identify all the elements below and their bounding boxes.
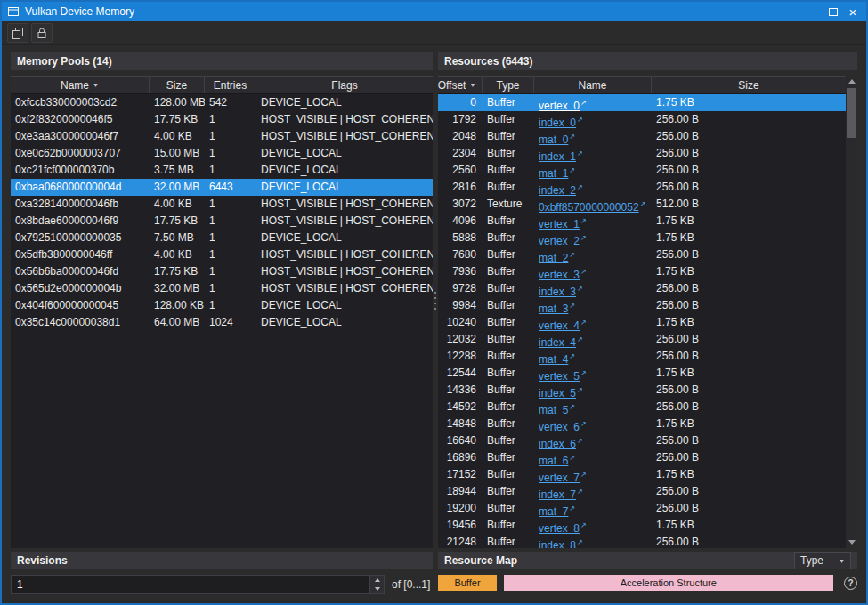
memory-pool-row[interactable]: 0x5dfb3800000046ff4.00 KB1HOST_VISIBLE |…	[11, 246, 433, 263]
resource-link[interactable]: vertex_3	[539, 269, 580, 280]
revision-range-label: of [0...1]	[392, 578, 430, 591]
resource-link[interactable]: mat_6	[539, 455, 568, 466]
revision-down-button[interactable]	[370, 585, 384, 594]
panel-splitter[interactable]	[433, 52, 438, 548]
memory-pool-row[interactable]: 0xf2f83200000046f517.75 KB1HOST_VISIBLE …	[11, 111, 433, 128]
revision-up-button[interactable]	[370, 576, 384, 585]
float-window-button[interactable]	[823, 4, 843, 20]
resource-row[interactable]: 2304Bufferindex_1↗256.00 B	[438, 145, 846, 162]
resource-row[interactable]: 12544Buffervertex_5↗1.75 KB	[438, 365, 846, 382]
resource-row[interactable]: 12288Buffermat_4↗256.00 B	[438, 348, 846, 365]
resource-row[interactable]: 10240Buffervertex_4↗1.75 KB	[438, 314, 846, 331]
resource-link[interactable]: vertex_8	[539, 522, 580, 534]
memory-pool-row[interactable]: 0xbaa068000000004d32.00 MB6443DEVICE_LOC…	[11, 179, 433, 196]
resource-row[interactable]: 2048Buffermat_0↗256.00 B	[438, 128, 846, 145]
chevron-down-icon: ▼	[839, 558, 845, 564]
memory-pool-row[interactable]: 0x79251000000000357.50 MB1DEVICE_LOCAL	[11, 230, 433, 246]
resource-row[interactable]: 7680Buffermat_2↗256.00 B	[438, 246, 846, 263]
resource-link[interactable]: index_5	[539, 387, 576, 399]
column-header-size[interactable]: Size	[150, 77, 205, 93]
resource-type: Buffer	[483, 365, 534, 382]
resource-link[interactable]: mat_1	[539, 167, 568, 179]
column-header-entries[interactable]: Entries	[205, 77, 256, 93]
resource-link[interactable]: mat_5	[539, 404, 568, 415]
column-header-size[interactable]: Size	[652, 77, 846, 93]
memory-pool-row[interactable]: 0x8bdae600000046f917.75 KB1HOST_VISIBLE …	[11, 213, 433, 230]
memory-pool-row[interactable]: 0x565d2e000000004b32.00 MB1HOST_VISIBLE …	[11, 280, 433, 297]
column-header-type[interactable]: Type	[483, 77, 534, 93]
resource-link[interactable]: index_7	[539, 488, 576, 500]
resource-row[interactable]: 9728Bufferindex_3↗256.00 B	[438, 280, 846, 297]
resource-link[interactable]: index_3	[539, 286, 576, 297]
resource-row[interactable]: 2560Buffermat_1↗256.00 B	[438, 162, 846, 179]
resource-link[interactable]: vertex_6	[539, 421, 580, 432]
resource-row[interactable]: 4096Buffervertex_1↗1.75 KB	[438, 213, 846, 230]
resource-link[interactable]: vertex_7	[539, 472, 580, 483]
resource-link[interactable]: index_4	[539, 336, 576, 348]
memory-pool-row[interactable]: 0x56b6ba00000046fd17.75 KB1HOST_VISIBLE …	[11, 263, 433, 280]
resource-row[interactable]: 19200Buffermat_7↗256.00 B	[438, 500, 846, 517]
resource-link[interactable]: index_2	[539, 184, 576, 196]
close-button[interactable]: ×	[843, 4, 863, 20]
resource-map-segment[interactable]: Acceleration Structure	[504, 575, 833, 591]
resource-row[interactable]: 2816Bufferindex_2↗256.00 B	[438, 179, 846, 196]
resource-row[interactable]: 21248Bufferindex_8↗256.00 B	[438, 534, 846, 548]
resource-row[interactable]: 1792Bufferindex_0↗256.00 B	[438, 111, 846, 128]
resource-link[interactable]: index_0	[539, 117, 576, 128]
help-button[interactable]: ?	[844, 577, 857, 590]
resource-link[interactable]: mat_7	[539, 505, 568, 517]
resource-link[interactable]: vertex_4	[539, 319, 580, 331]
resource-row[interactable]: 18944Bufferindex_7↗256.00 B	[438, 483, 846, 500]
memory-pool-row[interactable]: 0x404f600000000045128.00 KB1DEVICE_LOCAL	[11, 297, 433, 314]
resource-link[interactable]: vertex_0	[539, 100, 580, 111]
resource-link[interactable]: mat_4	[539, 353, 568, 365]
resource-row[interactable]: 5888Buffervertex_2↗1.75 KB	[438, 230, 846, 246]
resource-row[interactable]: 9984Buffermat_3↗256.00 B	[438, 297, 846, 314]
resource-row[interactable]: 14336Bufferindex_5↗256.00 B	[438, 382, 846, 399]
resource-link[interactable]: index_6	[539, 438, 576, 449]
resource-link[interactable]: vertex_5	[539, 370, 580, 382]
resource-link[interactable]: vertex_2	[539, 235, 580, 246]
column-header-name[interactable]: Name▼	[11, 77, 150, 93]
scroll-up-button[interactable]	[846, 76, 857, 87]
resource-link[interactable]: mat_0	[539, 133, 568, 145]
memory-pool-row[interactable]: 0xfccb330000003cd2128.00 MB542DEVICE_LOC…	[11, 94, 433, 111]
type-filter-dropdown[interactable]: Type ▼	[794, 552, 851, 569]
resource-link[interactable]: index_1	[539, 150, 576, 162]
resource-row[interactable]: 19456Buffervertex_8↗1.75 KB	[438, 517, 846, 534]
pool-size: 32.00 MB	[150, 179, 205, 196]
resource-link[interactable]: index_8	[539, 539, 576, 548]
goto-arrow-icon: ↗	[577, 488, 583, 496]
lock-button[interactable]	[31, 23, 53, 43]
resource-row[interactable]: 0Buffervertex_0↗1.75 KB	[438, 94, 846, 111]
column-header-name[interactable]: Name	[534, 77, 652, 93]
scrollbar-thumb[interactable]	[847, 88, 856, 138]
memory-pool-row[interactable]: 0xc21fcf000000370b3.75 MB1DEVICE_LOCAL	[11, 162, 433, 179]
resource-row[interactable]: 7936Buffervertex_3↗1.75 KB	[438, 263, 846, 280]
column-header-offset[interactable]: Offset▼	[438, 77, 483, 93]
revision-input[interactable]	[12, 576, 369, 593]
memory-pool-row[interactable]: 0xa3281400000046fb4.00 KB1HOST_VISIBLE |…	[11, 196, 433, 213]
resource-link[interactable]: mat_2	[539, 252, 568, 263]
scroll-down-button[interactable]	[846, 536, 857, 548]
resource-row[interactable]: 12032Bufferindex_4↗256.00 B	[438, 331, 846, 348]
resource-row[interactable]: 16640Bufferindex_6↗256.00 B	[438, 432, 846, 449]
copy-button[interactable]	[7, 23, 28, 43]
resource-row[interactable]: 14592Buffermat_5↗256.00 B	[438, 399, 846, 415]
resource-row[interactable]: 16896Buffermat_6↗256.00 B	[438, 449, 846, 466]
memory-pool-row[interactable]: 0x35c14c00000038d164.00 MB1024DEVICE_LOC…	[11, 314, 433, 331]
resource-row[interactable]: 17152Buffervertex_7↗1.75 KB	[438, 466, 846, 483]
resource-size: 256.00 B	[652, 382, 846, 399]
resources-scrollbar[interactable]	[846, 76, 857, 548]
resource-row[interactable]: 14848Buffervertex_6↗1.75 KB	[438, 415, 846, 432]
resource-link[interactable]: mat_3	[539, 302, 568, 314]
pool-name: 0x7925100000000035	[11, 230, 150, 246]
resource-row[interactable]: 3072Texture0xbff8570000000052↗512.00 B	[438, 196, 846, 213]
resource-name-cell: mat_4↗	[534, 348, 652, 365]
resource-link[interactable]: vertex_1	[539, 218, 580, 230]
column-header-flags[interactable]: Flags	[256, 77, 433, 93]
memory-pool-row[interactable]: 0xe3aa3000000046f74.00 KB1HOST_VISIBLE |…	[11, 128, 433, 145]
memory-pool-row[interactable]: 0xe0c62b000000370715.00 MB1DEVICE_LOCAL	[11, 145, 433, 162]
resource-link[interactable]: 0xbff8570000000052	[539, 201, 639, 213]
resource-map-segment[interactable]: Buffer	[438, 575, 497, 591]
